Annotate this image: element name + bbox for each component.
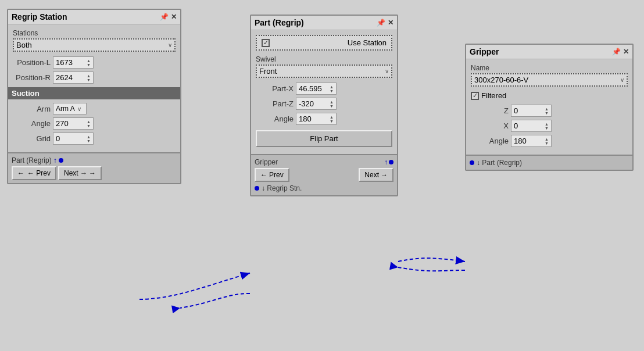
gripper-name-value: 300x270-60-6-V <box>474 76 528 84</box>
pr-angle-input[interactable]: 180 ▲ ▼ <box>296 113 337 125</box>
pr-footer-regrip-stn: ↓ Regrip Stn. <box>262 184 302 192</box>
position-r-down[interactable]: ▼ <box>87 78 91 82</box>
filtered-label: Filtered <box>481 91 506 100</box>
part-regrip-pin[interactable]: 📌 <box>377 19 385 27</box>
gripper-title: Gripper <box>470 47 499 56</box>
part-x-input[interactable]: 46.595 ▲ ▼ <box>296 83 337 95</box>
use-station-check: ✓ <box>263 39 269 46</box>
part-regrip-close[interactable]: ✕ <box>388 19 393 27</box>
grid-down[interactable]: ▼ <box>87 139 91 143</box>
swivel-select[interactable]: Front ∨ <box>256 65 392 78</box>
grid-input[interactable]: 0 ▲ ▼ <box>53 132 94 145</box>
pr-angle-label: Angle <box>256 114 294 123</box>
gripper-angle-label: Angle <box>471 137 509 145</box>
swivel-chevron: ∨ <box>385 68 389 74</box>
filtered-checkbox[interactable]: ✓ <box>471 92 479 100</box>
position-l-input[interactable]: 1673 ▲ ▼ <box>53 56 94 69</box>
regrip-station-title: Regrip Station <box>12 12 67 22</box>
rs-next-arrow: → <box>89 169 96 177</box>
pr-prev-button[interactable]: ← Prev <box>255 168 289 182</box>
gripper-angle-input[interactable]: 180 ▲ ▼ <box>511 135 552 147</box>
stations-select[interactable]: Both ∨ <box>13 38 176 52</box>
arm-label: Arm <box>13 105 51 113</box>
use-station-label: Use Station <box>348 38 387 47</box>
part-regrip-header: Part (Regrip) 📌 ✕ <box>251 16 397 30</box>
use-station-checkbox[interactable]: ✓ <box>262 39 270 47</box>
gripper-angle-up[interactable]: ▲ <box>545 137 549 141</box>
use-station-checkbox-container[interactable]: ✓ Use Station <box>256 35 392 51</box>
gripper-pin[interactable]: 📌 <box>612 48 621 56</box>
regrip-station-close[interactable]: ✕ <box>171 13 177 21</box>
arrow-pr-to-gripper <box>398 258 465 262</box>
position-r-input[interactable]: 2624 ▲ ▼ <box>53 71 94 84</box>
regrip-station-header: Regrip Station 📌 ✕ <box>8 10 180 24</box>
rs-footer-arrow-up: ↑ <box>53 156 57 164</box>
stations-value: Both <box>16 41 32 49</box>
suction-header: Suction <box>8 87 180 99</box>
gripper-footer-dot <box>470 160 474 165</box>
rs-next-button[interactable]: Next → → <box>58 166 102 180</box>
gripper-x-down[interactable]: ▼ <box>545 126 549 130</box>
rs-angle-down[interactable]: ▼ <box>87 124 91 128</box>
rs-prev-arrow: ← <box>17 169 24 177</box>
position-r-up[interactable]: ▲ <box>87 74 91 78</box>
position-r-label: Position-R <box>13 73 51 82</box>
arm-select[interactable]: Arm A ∨ <box>53 103 87 114</box>
rs-angle-label: Angle <box>13 119 51 128</box>
gripper-panel: Gripper 📌 ✕ Name 300x270-60-6-V ∨ ✓ Filt… <box>465 44 634 171</box>
rs-angle-input[interactable]: 270 ▲ ▼ <box>53 117 94 130</box>
part-x-label: Part-X <box>256 84 294 93</box>
gripper-z-input[interactable]: 0 ▲ ▼ <box>511 105 552 117</box>
gripper-name-label: Name <box>471 64 628 72</box>
part-z-down[interactable]: ▼ <box>330 104 334 108</box>
gripper-x-input[interactable]: 0 ▲ ▼ <box>511 120 552 132</box>
part-z-up[interactable]: ▲ <box>330 100 334 104</box>
pr-next-arrow: → <box>381 171 388 179</box>
regrip-station-pin[interactable]: 📌 <box>160 13 169 21</box>
gripper-angle-down[interactable]: ▼ <box>545 141 549 145</box>
part-x-up[interactable]: ▲ <box>330 85 334 89</box>
gripper-x-up[interactable]: ▲ <box>545 122 549 126</box>
flip-part-button[interactable]: Flip Part <box>256 130 392 147</box>
rs-footer-part-regrip: Part (Regrip) <box>12 156 52 164</box>
pr-next-button[interactable]: Next → <box>359 168 393 182</box>
arm-chevron: ∨ <box>77 106 81 112</box>
part-z-label: Part-Z <box>256 99 294 108</box>
rs-footer-dot <box>59 158 63 163</box>
arrow-rs-to-pr <box>139 273 250 299</box>
pr-footer-gripper: Gripper <box>255 158 278 166</box>
rs-prev-button[interactable]: ← ← Prev <box>12 166 56 180</box>
part-z-input[interactable]: -320 ▲ ▼ <box>296 98 337 110</box>
part-regrip-title: Part (Regrip) <box>255 18 304 27</box>
swivel-label: Swivel <box>256 55 392 63</box>
gripper-footer-part-regrip: ↓ Part (Regrip) <box>477 159 522 167</box>
position-l-down[interactable]: ▼ <box>87 63 91 67</box>
gripper-close[interactable]: ✕ <box>623 48 629 56</box>
stations-label: Stations <box>13 29 176 37</box>
grid-label: Grid <box>13 134 51 143</box>
pr-gripper-dot <box>389 160 393 164</box>
arrow-gripper-to-pr <box>398 267 465 271</box>
rs-angle-up[interactable]: ▲ <box>87 120 91 124</box>
position-l-label: Position-L <box>13 58 51 67</box>
part-x-down[interactable]: ▼ <box>330 89 334 93</box>
stations-chevron: ∨ <box>168 42 172 48</box>
gripper-x-label: X <box>471 121 509 130</box>
gripper-header: Gripper 📌 ✕ <box>466 45 632 59</box>
gripper-z-label: Z <box>471 106 509 115</box>
regrip-station-panel: Regrip Station 📌 ✕ Stations Both ∨ Posit… <box>7 9 181 184</box>
gripper-name-select[interactable]: 300x270-60-6-V ∨ <box>471 73 628 87</box>
pr-regrip-stn-dot <box>255 186 259 191</box>
grid-up[interactable]: ▲ <box>87 135 91 139</box>
gripper-z-down[interactable]: ▼ <box>545 111 549 115</box>
pr-angle-up[interactable]: ▲ <box>330 115 334 119</box>
gripper-name-chevron: ∨ <box>620 77 624 83</box>
pr-angle-down[interactable]: ▼ <box>330 119 334 123</box>
swivel-value: Front <box>259 67 277 76</box>
arrow-pr-to-rs <box>180 293 250 308</box>
gripper-z-up[interactable]: ▲ <box>545 107 549 111</box>
part-regrip-panel: Part (Regrip) 📌 ✕ ✓ Use Station Swivel F… <box>250 15 398 196</box>
filtered-check: ✓ <box>473 92 478 99</box>
pr-prev-arrow: ← <box>260 171 267 179</box>
position-l-up[interactable]: ▲ <box>87 59 91 63</box>
